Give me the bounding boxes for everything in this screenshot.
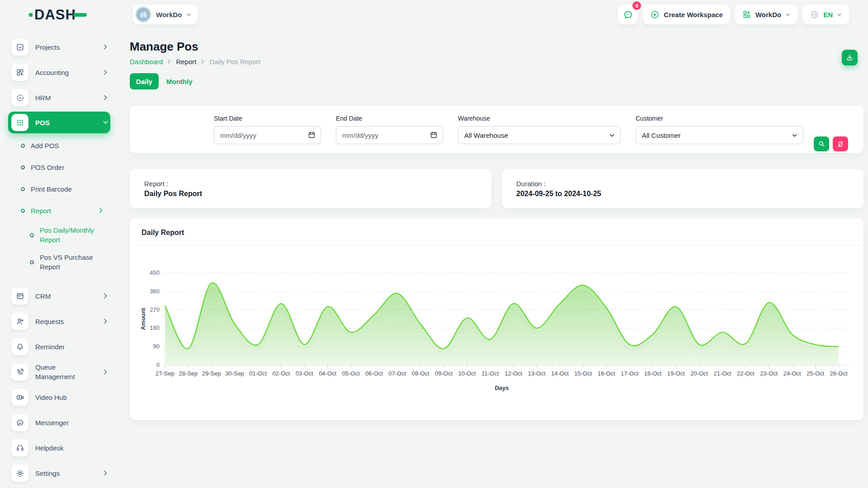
- sidebar-item-report[interactable]: Report: [8, 200, 110, 221]
- page-title: Manage Pos: [130, 40, 863, 54]
- sidebar-item-add-pos[interactable]: Add POS: [8, 135, 110, 156]
- create-workspace-button[interactable]: Create Workspace: [643, 5, 730, 24]
- svg-text:04-Oct: 04-Oct: [319, 370, 336, 377]
- svg-text:06-Oct: 06-Oct: [365, 370, 383, 377]
- chevron-right-icon: [104, 470, 108, 476]
- sidebar-item-reminder[interactable]: Reminder: [8, 334, 110, 359]
- globe-icon: [810, 10, 819, 19]
- chevron-right-icon: [104, 369, 108, 375]
- sidebar-item-accounting[interactable]: Accounting: [8, 60, 110, 85]
- sidebar-item-video-hub[interactable]: Video Hub: [8, 385, 110, 410]
- search-icon: [818, 140, 826, 148]
- sidebar-item-pos-order[interactable]: POS Order: [8, 156, 110, 178]
- start-date-label: Start Date: [214, 115, 321, 122]
- svg-text:25-Oct: 25-Oct: [807, 370, 824, 377]
- svg-text:05-Oct: 05-Oct: [342, 370, 360, 377]
- chevron-down-icon: [837, 12, 842, 17]
- tab-daily[interactable]: Daily: [130, 73, 159, 89]
- settings-gear-icon: [11, 465, 28, 482]
- chart-header: Daily Report: [130, 218, 863, 245]
- warehouse-field: Warehouse All Warehouse: [458, 115, 621, 144]
- building-icon: [139, 10, 148, 19]
- chevron-right-icon: [104, 293, 108, 299]
- svg-text:03-Oct: 03-Oct: [296, 370, 313, 377]
- breadcrumb-report[interactable]: Report: [176, 58, 196, 66]
- chevron-right-icon: [167, 59, 171, 64]
- tab-monthly[interactable]: Monthly: [166, 78, 193, 85]
- language-label: EN: [823, 11, 833, 19]
- breadcrumb-dashboard[interactable]: Dashboard: [130, 58, 163, 66]
- chevron-right-icon: [104, 319, 108, 324]
- daily-report-card: Daily Report 09018027036045027-Sep28-Sep…: [130, 218, 863, 420]
- filter-card: Start Date End Date Warehouse: [130, 106, 863, 153]
- chevron-right-icon: [104, 70, 108, 75]
- customer-field: Customer All Customer: [636, 115, 803, 144]
- sidebar: ProjectsAccountingHRMPOSAdd POSPOS Order…: [0, 29, 117, 486]
- sidebar-item-helpdesk[interactable]: Helpdesk: [8, 435, 110, 460]
- sidebar-item-pos[interactable]: POS: [8, 112, 110, 133]
- chevron-down-icon: [186, 12, 191, 17]
- x-axis-title: Days: [495, 385, 509, 391]
- svg-text:180: 180: [150, 324, 160, 331]
- sidebar-item-requests[interactable]: Requests: [8, 309, 110, 334]
- reset-filter-button[interactable]: [833, 136, 848, 151]
- chevron-right-icon: [99, 208, 103, 213]
- download-report-button[interactable]: [842, 50, 858, 66]
- svg-text:10-Oct: 10-Oct: [458, 370, 476, 377]
- app-menu-label: WorkDo: [755, 11, 781, 19]
- sidebar-nav: ProjectsAccountingHRMPOSAdd POSPOS Order…: [8, 34, 110, 486]
- app-root: DASH WorkDo 0 Create Workspace: [0, 0, 868, 488]
- sidebar-item-label: POS Order: [31, 163, 93, 172]
- sidebar-item-queue-management[interactable]: Queue Management: [8, 359, 110, 385]
- crm-card-icon: [11, 287, 28, 305]
- svg-text:27-Sep: 27-Sep: [156, 370, 175, 377]
- workspace-avatar: [135, 6, 151, 23]
- messages-button[interactable]: 0: [618, 5, 638, 24]
- start-date-field: Start Date: [214, 115, 321, 144]
- sidebar-item-settings[interactable]: Settings: [8, 460, 110, 486]
- start-date-input[interactable]: [214, 126, 321, 144]
- breadcrumb-current: Daily Pos Report: [209, 58, 260, 66]
- bullet-icon: [29, 259, 35, 265]
- sidebar-item-pos-daily-monthly-report[interactable]: Pos Daily/Monthly Report: [8, 221, 110, 249]
- end-date-input[interactable]: [336, 126, 443, 144]
- requests-user-plus-icon: [11, 313, 28, 330]
- sidebar-item-label: Add POS: [31, 141, 93, 150]
- filter-actions: [814, 136, 848, 151]
- sidebar-item-label: Helpdesk: [35, 443, 108, 453]
- reset-icon: [837, 141, 844, 148]
- create-workspace-label: Create Workspace: [664, 11, 723, 19]
- download-icon: [845, 53, 854, 62]
- end-date-field: End Date: [336, 115, 443, 144]
- logo-dot-icon: [29, 13, 33, 17]
- sidebar-item-projects[interactable]: Projects: [8, 34, 110, 60]
- sidebar-item-hrm[interactable]: HRM: [8, 85, 110, 110]
- sidebar-item-messenger[interactable]: Messenger: [8, 410, 110, 435]
- search-button[interactable]: [814, 136, 829, 151]
- sidebar-item-label: Print Barcode: [31, 184, 93, 194]
- video-camera-icon: [11, 389, 28, 406]
- warehouse-select[interactable]: All Warehouse: [458, 126, 621, 144]
- main-content: Manage Pos Dashboard Report Daily Pos Re…: [117, 29, 868, 486]
- customer-select[interactable]: All Customer: [636, 126, 803, 144]
- sidebar-item-pos-vs-purchase-report[interactable]: Pos VS Purchase Report: [8, 249, 110, 276]
- svg-text:08-Oct: 08-Oct: [412, 370, 429, 377]
- language-dropdown[interactable]: EN: [802, 5, 849, 24]
- svg-text:450: 450: [150, 269, 160, 276]
- pos-grid-dots-icon: [11, 114, 28, 131]
- report-label: Report :: [144, 180, 477, 188]
- workspace-selector[interactable]: WorkDo: [133, 5, 198, 24]
- dash-logo[interactable]: DASH: [29, 5, 118, 24]
- logo-dash-icon: [73, 13, 87, 17]
- app-menu-dropdown[interactable]: WorkDo: [735, 5, 797, 24]
- sidebar-item-print-barcode[interactable]: Print Barcode: [8, 178, 110, 200]
- svg-text:19-Oct: 19-Oct: [667, 370, 685, 377]
- grid-plus-icon: [742, 10, 751, 19]
- report-summary-card: Report : Daily Pos Report: [130, 169, 491, 208]
- svg-text:24-Oct: 24-Oct: [783, 370, 801, 377]
- hrm-scan-icon: [11, 89, 28, 106]
- sidebar-item-crm[interactable]: CRM: [8, 283, 110, 309]
- reminder-bell-icon: [11, 338, 28, 355]
- workspace-name: WorkDo: [156, 11, 182, 19]
- sidebar-item-label: Pos VS Purchase Report: [40, 253, 102, 272]
